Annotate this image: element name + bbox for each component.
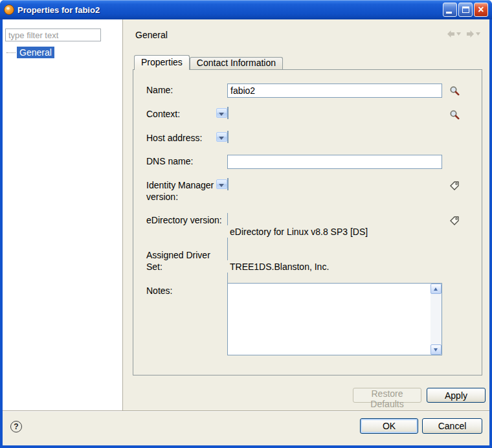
- ok-button[interactable]: OK: [360, 418, 418, 434]
- close-button[interactable]: ×: [474, 3, 488, 17]
- edirectory-version-value: eDirectory for Linux v8.8 SP3 [DS]: [227, 225, 442, 238]
- assigned-driver-set-label: Assigned Driver Set:: [146, 250, 224, 273]
- back-menu-caret-icon: [456, 32, 461, 36]
- tag-icon[interactable]: [449, 216, 460, 226]
- host-address-combo[interactable]: [227, 131, 229, 143]
- assigned-driver-set-field: TREE1DS.Blanston, Inc.: [227, 248, 442, 285]
- cancel-button[interactable]: Cancel: [422, 418, 482, 434]
- minimize-icon: [446, 12, 452, 14]
- sidebar: General: [3, 19, 123, 410]
- tab-bar: Properties Contact Information: [134, 55, 283, 70]
- maximize-icon: [462, 6, 469, 13]
- history-nav: [445, 28, 482, 39]
- name-row: Name:: [133, 84, 482, 98]
- help-button[interactable]: ?: [10, 421, 22, 432]
- minimize-button[interactable]: [443, 3, 457, 17]
- context-row: Context: novell: [133, 107, 482, 122]
- app-icon: [4, 5, 14, 15]
- dns-name-input[interactable]: [227, 155, 442, 169]
- assigned-driver-set-value: TREE1DS.Blanston, Inc.: [227, 260, 442, 273]
- main-panel: General Properties Contact Information: [124, 19, 489, 410]
- idm-version-combo[interactable]: 3.6: [227, 178, 229, 190]
- tree-item-label: General: [17, 47, 54, 58]
- dialog-body: General General Properties Contact Infor…: [3, 19, 489, 445]
- edirectory-version-label: eDirectory version:: [146, 215, 224, 227]
- name-input[interactable]: [227, 84, 442, 98]
- host-address-label: Host address:: [146, 133, 224, 144]
- search-icon[interactable]: [449, 109, 460, 120]
- idm-version-dropdown-button[interactable]: [216, 179, 227, 189]
- tab-contact-information[interactable]: Contact Information: [190, 57, 283, 69]
- dns-name-label: DNS name:: [146, 156, 224, 168]
- host-address-row: Host address:: [133, 131, 482, 146]
- tree-item-general[interactable]: General: [6, 47, 54, 58]
- window-title: Properties for fabio2: [17, 5, 100, 15]
- scroll-down-button[interactable]: [430, 344, 442, 355]
- back-arrow-icon: [446, 30, 456, 38]
- notes-row: Notes:: [133, 283, 482, 355]
- context-dropdown-button[interactable]: [216, 108, 227, 118]
- titlebar-buttons: ×: [443, 3, 488, 17]
- edirectory-version-row: eDirectory version: eDirectory for Linux…: [133, 214, 482, 228]
- forward-button[interactable]: [464, 28, 482, 39]
- dns-name-row: DNS name:: [133, 155, 482, 169]
- notes-textarea[interactable]: [227, 283, 442, 355]
- tree-connector: [6, 52, 16, 53]
- page-title: General: [135, 30, 168, 40]
- tab-properties[interactable]: Properties: [134, 55, 190, 70]
- name-label: Name:: [146, 85, 224, 96]
- properties-dialog: Properties for fabio2 × General General: [0, 0, 492, 448]
- apply-button[interactable]: Apply: [427, 388, 486, 403]
- maximize-button[interactable]: [458, 3, 473, 17]
- edirectory-version-field: eDirectory for Linux v8.8 SP3 [DS]: [227, 213, 442, 250]
- properties-pane: Name: Context: novell: [133, 69, 482, 375]
- idm-version-row: Identity Manager version: 3.6: [133, 179, 482, 193]
- search-icon[interactable]: [449, 85, 460, 96]
- scroll-up-button[interactable]: [430, 284, 442, 294]
- forward-arrow-icon: [465, 30, 475, 38]
- host-address-dropdown-button[interactable]: [216, 132, 227, 142]
- tag-icon[interactable]: [449, 181, 460, 191]
- context-label: Context:: [146, 109, 224, 120]
- notes-scrollbar[interactable]: [430, 284, 442, 355]
- idm-version-label: Identity Manager version:: [146, 180, 224, 203]
- close-icon: ×: [475, 3, 487, 16]
- bottom-separator: [3, 410, 489, 412]
- notes-label: Notes:: [146, 286, 224, 297]
- restore-defaults-button[interactable]: Restore Defaults: [353, 388, 421, 403]
- context-combo[interactable]: novell: [227, 107, 229, 119]
- forward-menu-caret-icon: [476, 32, 480, 36]
- titlebar[interactable]: Properties for fabio2 ×: [0, 0, 492, 19]
- assigned-driver-set-row: Assigned Driver Set: TREE1DS.Blanston, I…: [133, 249, 482, 263]
- filter-input[interactable]: [5, 28, 101, 41]
- back-button[interactable]: [445, 28, 462, 39]
